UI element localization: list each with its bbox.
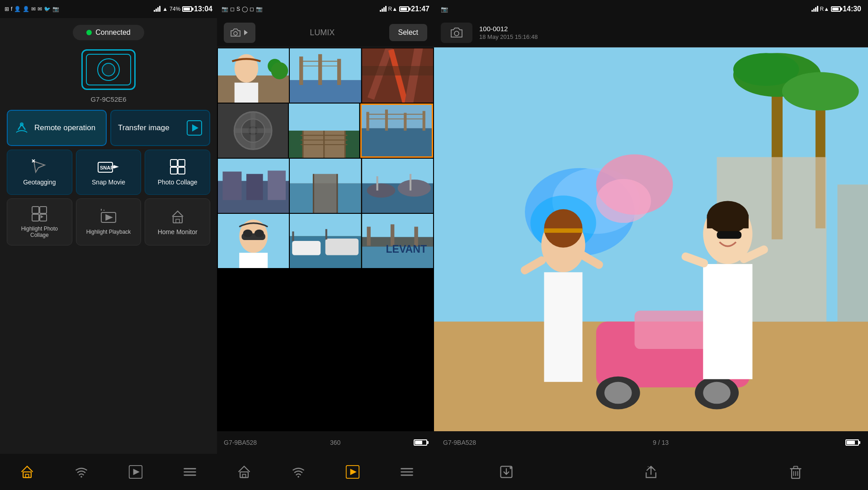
svg-marker-2: [192, 124, 198, 132]
svg-rect-45: [318, 54, 322, 85]
app-icon-7: 🐦: [44, 6, 51, 12]
nav-play-2[interactable]: [339, 458, 366, 485]
app-icon-s: S: [236, 6, 240, 12]
svg-rect-38: [235, 83, 258, 103]
transfer-image-label: Transfer image: [118, 123, 170, 132]
photo-cell-4[interactable]: [218, 104, 288, 158]
svg-marker-122: [350, 469, 357, 475]
connected-label: Connected: [95, 28, 130, 37]
snap-movie-icon: SNAP: [97, 159, 120, 175]
photo-cell-6-selected[interactable]: [360, 104, 433, 158]
svg-rect-99: [239, 253, 268, 268]
home-monitor-button[interactable]: Home Monitor: [145, 198, 210, 245]
svg-point-126: [454, 31, 459, 36]
svg-point-138: [604, 382, 632, 404]
nav-home-2[interactable]: [231, 458, 258, 485]
photo-collage-label: Photo Collage: [158, 179, 198, 186]
svg-rect-71: [362, 128, 432, 156]
app-icon-5: ✉: [31, 6, 36, 12]
geotagging-icon: [31, 159, 47, 175]
import-icon: [499, 465, 514, 479]
camera-lens: [97, 58, 120, 81]
menu-icon: [183, 465, 197, 479]
wifi-nav-icon-2: [291, 465, 306, 479]
status-bar-3: 📷 R▲ 14:30: [434, 0, 868, 18]
camera-mode-button[interactable]: [224, 23, 255, 43]
svg-rect-87: [314, 174, 337, 213]
svg-point-120: [297, 476, 299, 478]
photo-cell-9[interactable]: [362, 159, 433, 213]
svg-point-101: [243, 230, 253, 237]
photo-cell-2[interactable]: [290, 48, 361, 103]
bottom-nav-3: [434, 454, 868, 490]
svg-rect-44: [299, 57, 303, 85]
camera-btn-3[interactable]: [441, 23, 472, 43]
remote-operation-button[interactable]: Remote operation: [7, 110, 107, 146]
app-icon-4: 👤: [23, 6, 29, 12]
svg-rect-46: [337, 59, 341, 85]
photo-cell-7[interactable]: [218, 159, 289, 213]
battery-icon: [182, 6, 192, 12]
highlight-photo-collage-button[interactable]: Highlight Photo Collage: [7, 198, 72, 245]
nav-share-button[interactable]: [637, 458, 665, 485]
time-2: 21:47: [411, 5, 429, 13]
nav-delete-button[interactable]: [782, 458, 809, 485]
device-id: G7-9C52E6: [90, 95, 126, 103]
photo-cell-5[interactable]: [289, 104, 359, 158]
geotagging-button[interactable]: Geotagging: [7, 150, 72, 195]
battery-percent: 74%: [170, 6, 180, 12]
svg-rect-95: [376, 176, 378, 190]
svg-rect-11: [170, 167, 177, 174]
svg-rect-73: [385, 109, 387, 131]
svg-rect-111: [362, 214, 433, 237]
panel2-device-id: G7-9BA528: [224, 439, 257, 446]
snap-movie-button[interactable]: SNAP Snap Movie: [76, 150, 142, 195]
svg-rect-115: [391, 224, 394, 245]
status-icons-right: ▲ 74% 13:04: [154, 5, 212, 13]
highlight-playback-icon: [100, 209, 117, 225]
photo-cell-11[interactable]: [290, 214, 361, 268]
camera-image: [81, 49, 136, 90]
svg-point-40: [271, 62, 288, 80]
nav-menu-1[interactable]: [176, 458, 203, 485]
nav-import-button[interactable]: [493, 458, 520, 485]
page-info: 9 / 13: [653, 439, 669, 446]
photo-cell-8[interactable]: [290, 159, 361, 213]
svg-text:LEVANT: LEVANT: [386, 243, 427, 255]
app-icon-cam: 📷: [222, 6, 228, 12]
svg-rect-70: [362, 105, 432, 128]
photo-cell-3[interactable]: [362, 48, 433, 103]
nav-play-1[interactable]: [122, 458, 149, 485]
highlight-playback-button[interactable]: Highlight Playback: [76, 198, 142, 245]
nav-wifi-2[interactable]: [285, 458, 312, 485]
svg-point-94: [397, 179, 430, 197]
svg-marker-17: [41, 215, 43, 218]
panel3-footer: G7-9BA528 9 / 13: [434, 431, 868, 454]
photo-cell-12[interactable]: LEVANT: [362, 214, 433, 268]
transfer-image-button[interactable]: Transfer image: [110, 110, 210, 146]
photo-collage-button[interactable]: Photo Collage: [145, 150, 210, 195]
svg-rect-12: [178, 167, 185, 174]
filename-label: 100-0012: [479, 25, 538, 33]
svg-rect-158: [707, 215, 749, 228]
nav-menu-2[interactable]: [393, 458, 420, 485]
nav-wifi-1[interactable]: [68, 458, 95, 485]
svg-rect-148: [544, 272, 582, 382]
signal-r: R▲: [388, 6, 398, 12]
status-icons-left-2: 📷 ◻ S ◯ ◻ 📷: [222, 6, 263, 12]
highlight-playback-label: Highlight Playback: [86, 229, 131, 235]
bottom-nav-2: [217, 454, 434, 490]
svg-rect-155: [703, 264, 752, 379]
svg-text:SNAP: SNAP: [100, 165, 114, 170]
panel-gallery: 📷 ◻ S ◯ ◻ 📷 R▲ 21:47: [217, 0, 434, 490]
svg-rect-9: [170, 160, 177, 166]
nav-home-1[interactable]: [14, 458, 41, 485]
svg-rect-10: [178, 160, 185, 166]
svg-rect-74: [404, 113, 406, 131]
select-button[interactable]: Select: [389, 24, 427, 41]
photo-cell-1[interactable]: [218, 48, 289, 103]
status-icons-left-3: 📷: [441, 6, 448, 13]
svg-rect-61: [289, 104, 359, 131]
photo-cell-10[interactable]: [218, 214, 289, 268]
svg-rect-15: [32, 214, 39, 221]
